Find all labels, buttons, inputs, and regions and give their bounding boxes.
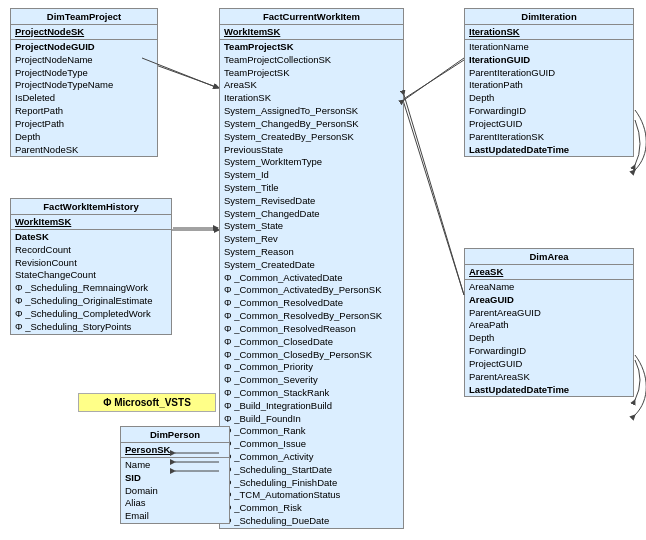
- field-original-estimate: Φ _Scheduling_OriginalEstimate: [11, 295, 171, 308]
- microsoft-vsts-box: Φ Microsoft_VSTS: [78, 393, 216, 412]
- fact-wih-pk: WorkItemSK: [11, 215, 171, 228]
- field-activated-by: Φ _Common_ActivatedBy_PersonSK: [220, 284, 403, 297]
- fact-work-item-history-title: FactWorkItemHistory: [11, 199, 171, 215]
- field-closed-by: Φ _Common_ClosedBy_PersonSK: [220, 349, 403, 362]
- fact-cwi-pk: WorkItemSK: [220, 25, 403, 38]
- field-priority: Φ _Common_Priority: [220, 361, 403, 374]
- field-common-risk: Φ _Common_Risk: [220, 502, 403, 515]
- field-common-rank: Φ _Common_Rank: [220, 425, 403, 438]
- field-email: Email: [121, 510, 229, 523]
- field-depth-dtp: Depth: [11, 131, 157, 144]
- field-stack-rank: Φ _Common_StackRank: [220, 387, 403, 400]
- field-parent-iteration-sk: ParentIterationSK: [465, 131, 633, 144]
- field-area-path: AreaPath: [465, 319, 633, 332]
- field-area-name: AreaName: [465, 281, 633, 294]
- dim-iteration-title: DimIteration: [465, 9, 633, 25]
- field-area-guid: AreaGUID: [465, 294, 633, 307]
- field-forwarding-id-area: ForwardingID: [465, 345, 633, 358]
- field-parent-area-sk: ParentAreaSK: [465, 371, 633, 384]
- dim-person-title: DimPerson: [121, 427, 229, 443]
- field-depth-area: Depth: [465, 332, 633, 345]
- field-project-guid-iter: ProjectGUID: [465, 118, 633, 131]
- field-assigned-to: System_AssignedTo_PersonSK: [220, 105, 403, 118]
- field-record-count: RecordCount: [11, 244, 171, 257]
- field-tcm-automation: Φ _TCM_AutomationStatus: [220, 489, 403, 502]
- field-alias: Alias: [121, 497, 229, 510]
- field-iteration-path: IterationPath: [465, 79, 633, 92]
- field-common-activity: Φ _Common_Activity: [220, 451, 403, 464]
- dim-team-project-pk: ProjectNodeSK: [11, 25, 157, 38]
- field-work-item-type: System_WorkItemType: [220, 156, 403, 169]
- field-iteration-sk: IterationSK: [220, 92, 403, 105]
- field-area-sk: AreaSK: [220, 79, 403, 92]
- field-date-sk: DateSK: [11, 231, 171, 244]
- field-revision-count: RevisionCount: [11, 257, 171, 270]
- field-found-in: Φ _Build_FoundIn: [220, 413, 403, 426]
- field-system-rev: System_Rev: [220, 233, 403, 246]
- field-revised-date: System_RevisedDate: [220, 195, 403, 208]
- field-project-path: ProjectPath: [11, 118, 157, 131]
- field-scheduling-finish: Φ _Scheduling_FinishDate: [220, 477, 403, 490]
- dim-person-table: DimPerson PersonSK Name SID Domain Alias…: [120, 426, 230, 524]
- svg-line-8: [404, 58, 464, 100]
- field-integration-build: Φ _Build_IntegrationBuild: [220, 400, 403, 413]
- field-completed-work: Φ _Scheduling_CompletedWork: [11, 308, 171, 321]
- field-domain: Domain: [121, 485, 229, 498]
- field-created-by: System_CreatedBy_PersonSK: [220, 131, 403, 144]
- field-changed-by: System_ChangedBy_PersonSK: [220, 118, 403, 131]
- field-activated-date: Φ _Common_ActivatedDate: [220, 272, 403, 285]
- field-state-change-count: StateChangeCount: [11, 269, 171, 282]
- fact-current-work-item-table: FactCurrentWorkItem WorkItemSK TeamProje…: [219, 8, 404, 529]
- field-story-points: Φ _Scheduling_StoryPoints: [11, 321, 171, 334]
- fact-work-item-history-table: FactWorkItemHistory WorkItemSK DateSK Re…: [10, 198, 172, 335]
- field-depth-iter: Depth: [465, 92, 633, 105]
- field-system-title: System_Title: [220, 182, 403, 195]
- field-project-node-type-name: ProjectNodeTypeName: [11, 79, 157, 92]
- field-iteration-guid: IterationGUID: [465, 54, 633, 67]
- svg-line-2: [402, 97, 464, 295]
- field-project-node-name: ProjectNodeName: [11, 54, 157, 67]
- field-resolved-by: Φ _Common_ResolvedBy_PersonSK: [220, 310, 403, 323]
- field-last-updated-iter: LastUpdatedDateTime: [465, 144, 633, 157]
- field-name: Name: [121, 459, 229, 472]
- field-created-date: System_CreatedDate: [220, 259, 403, 272]
- field-previous-state: PreviousState: [220, 144, 403, 157]
- field-scheduling-due: Φ _Scheduling_DueDate: [220, 515, 403, 528]
- field-parent-iteration-guid: ParentIterationGUID: [465, 67, 633, 80]
- dim-area-table: DimArea AreaSK AreaName AreaGUID ParentA…: [464, 248, 634, 397]
- svg-line-1: [402, 60, 464, 100]
- microsoft-vsts-label: Φ Microsoft_VSTS: [103, 397, 191, 408]
- field-team-project-sk: TeamProjectSK: [220, 41, 403, 54]
- field-forwarding-id-iter: ForwardingID: [465, 105, 633, 118]
- svg-line-9: [404, 95, 464, 295]
- field-resolved-reason: Φ _Common_ResolvedReason: [220, 323, 403, 336]
- field-project-node-type: ProjectNodeType: [11, 67, 157, 80]
- field-system-state: System_State: [220, 220, 403, 233]
- field-iteration-name: IterationName: [465, 41, 633, 54]
- field-resolved-date: Φ _Common_ResolvedDate: [220, 297, 403, 310]
- field-changed-date: System_ChangedDate: [220, 208, 403, 221]
- dim-area-title: DimArea: [465, 249, 633, 265]
- dim-iteration-table: DimIteration IterationSK IterationName I…: [464, 8, 634, 157]
- field-system-reason: System_Reason: [220, 246, 403, 259]
- field-report-path: ReportPath: [11, 105, 157, 118]
- field-project-guid-area: ProjectGUID: [465, 358, 633, 371]
- dim-iteration-pk: IterationSK: [465, 25, 633, 38]
- dim-team-project-title: DimTeamProject: [11, 9, 157, 25]
- dim-person-pk: PersonSK: [121, 443, 229, 456]
- fact-current-work-item-title: FactCurrentWorkItem: [220, 9, 403, 25]
- field-project-node-guid: ProjectNodeGUID: [11, 41, 157, 54]
- field-team-project-collection-sk: TeamProjectCollectionSK: [220, 54, 403, 67]
- field-is-deleted: IsDeleted: [11, 92, 157, 105]
- field-sid: SID: [121, 472, 229, 485]
- dim-team-project-table: DimTeamProject ProjectNodeSK ProjectNode…: [10, 8, 158, 157]
- field-parent-node-sk: ParentNodeSK: [11, 144, 157, 157]
- field-severity: Φ _Common_Severity: [220, 374, 403, 387]
- field-closed-date: Φ _Common_ClosedDate: [220, 336, 403, 349]
- dim-area-pk: AreaSK: [465, 265, 633, 278]
- field-system-id: System_Id: [220, 169, 403, 182]
- field-common-issue: Φ _Common_Issue: [220, 438, 403, 451]
- field-last-updated-area: LastUpdatedDateTime: [465, 384, 633, 397]
- field-remaining-work: Φ _Scheduling_RemnaingWork: [11, 282, 171, 295]
- diagram-container: DimTeamProject ProjectNodeSK ProjectNode…: [0, 0, 646, 540]
